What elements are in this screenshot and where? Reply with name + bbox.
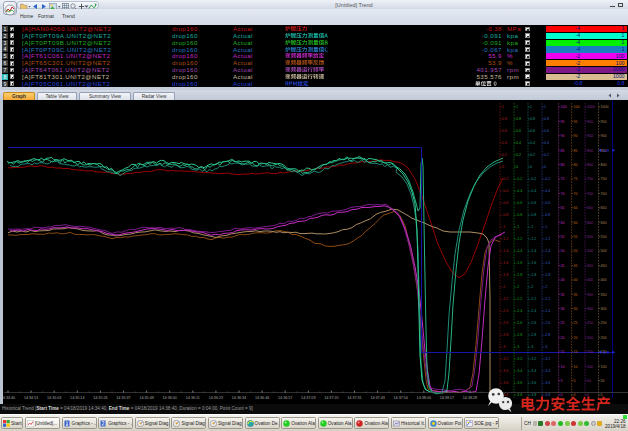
svg-text:14:36:46: 14:36:46 xyxy=(255,396,269,400)
svg-text:-2.4: -2.4 xyxy=(544,309,550,313)
svg-text:-0.8: -0.8 xyxy=(502,213,508,217)
svg-text:0.8: 0.8 xyxy=(603,350,610,355)
svg-text:14:36:57: 14:36:57 xyxy=(278,396,292,400)
svg-text:900: 900 xyxy=(587,134,593,138)
svg-text:500: 500 xyxy=(587,249,593,253)
svg-text:150: 150 xyxy=(587,350,593,354)
svg-text:-0.2: -0.2 xyxy=(502,177,508,181)
svg-text:0.2: 0.2 xyxy=(516,153,521,157)
svg-text:14:35:37: 14:35:37 xyxy=(116,396,130,400)
svg-text:-2: -2 xyxy=(544,285,547,289)
svg-text:0.8: 0.8 xyxy=(516,117,521,121)
svg-text:-2.8: -2.8 xyxy=(502,333,508,337)
svg-text:450: 450 xyxy=(601,264,607,268)
svg-text:14:34:51: 14:34:51 xyxy=(24,396,38,400)
svg-text:-2.6: -2.6 xyxy=(544,321,550,325)
svg-text:-2.8: -2.8 xyxy=(530,333,536,337)
svg-text:80: 80 xyxy=(561,163,565,167)
svg-text:14:38:06: 14:38:06 xyxy=(417,396,431,400)
svg-text:550: 550 xyxy=(587,235,593,239)
svg-text:0.6: 0.6 xyxy=(530,129,535,133)
svg-text:450: 450 xyxy=(587,264,593,268)
svg-text:-0.4: -0.4 xyxy=(516,189,522,193)
svg-text:-1: -1 xyxy=(502,225,505,229)
svg-text:-0.4: -0.4 xyxy=(502,189,508,193)
svg-text:550: 550 xyxy=(601,235,607,239)
svg-text:-1.2: -1.2 xyxy=(516,237,522,241)
svg-text:0.6: 0.6 xyxy=(502,129,507,133)
svg-text:50: 50 xyxy=(561,249,565,253)
svg-text:0.4: 0.4 xyxy=(516,141,521,145)
svg-text:0.8: 0.8 xyxy=(544,117,549,121)
svg-text:1: 1 xyxy=(516,105,518,109)
svg-text:50: 50 xyxy=(574,249,578,253)
svg-text:-2.4: -2.4 xyxy=(502,309,508,313)
svg-text:-2: -2 xyxy=(530,285,533,289)
svg-text:0.2: 0.2 xyxy=(530,153,535,157)
svg-text:14:37:09: 14:37:09 xyxy=(301,396,315,400)
svg-text:-2.8: -2.8 xyxy=(516,333,522,337)
svg-text:-3.2: -3.2 xyxy=(544,357,550,361)
svg-text:-2.8: -2.8 xyxy=(544,333,550,337)
svg-text:-2.2: -2.2 xyxy=(544,297,550,301)
svg-text:14:37:20: 14:37:20 xyxy=(324,396,338,400)
svg-text:14:37:43: 14:37:43 xyxy=(370,396,384,400)
svg-text:60: 60 xyxy=(574,221,578,225)
svg-text:1000: 1000 xyxy=(601,105,609,109)
svg-text:-3.2: -3.2 xyxy=(530,357,536,361)
svg-text:-1.4: -1.4 xyxy=(544,249,550,253)
svg-text:100: 100 xyxy=(561,105,567,109)
svg-text:700: 700 xyxy=(587,192,593,196)
svg-text:25: 25 xyxy=(561,321,565,325)
svg-text:55: 55 xyxy=(561,235,565,239)
svg-text:70: 70 xyxy=(574,192,578,196)
svg-text:900: 900 xyxy=(601,134,607,138)
svg-text:-0.6: -0.6 xyxy=(544,201,550,205)
svg-text:-3.4: -3.4 xyxy=(530,369,536,373)
svg-text:-1.6: -1.6 xyxy=(544,261,550,265)
svg-text:-2.6: -2.6 xyxy=(502,321,508,325)
svg-text:-1.6: -1.6 xyxy=(502,261,508,265)
svg-text:300: 300 xyxy=(601,307,607,311)
svg-text:-1.2: -1.2 xyxy=(544,237,550,241)
svg-text:100: 100 xyxy=(574,105,580,109)
svg-text:800: 800 xyxy=(587,163,593,167)
svg-text:0.4: 0.4 xyxy=(544,141,549,145)
svg-text:45: 45 xyxy=(574,264,578,268)
svg-text:-0.2: -0.2 xyxy=(530,177,536,181)
svg-text:250: 250 xyxy=(587,321,593,325)
svg-text:-2.4: -2.4 xyxy=(530,309,536,313)
svg-text:90: 90 xyxy=(561,134,565,138)
svg-text:60: 60 xyxy=(561,221,565,225)
svg-text:14:35:14: 14:35:14 xyxy=(70,396,84,400)
svg-text:100: 100 xyxy=(587,365,593,369)
svg-text:-1.8: -1.8 xyxy=(502,273,508,277)
svg-text:-1.6: -1.6 xyxy=(530,261,536,265)
svg-text:850: 850 xyxy=(587,149,593,153)
svg-text:14:36:00: 14:36:00 xyxy=(163,396,177,400)
svg-text:-0.8: -0.8 xyxy=(544,213,550,217)
svg-text:-3: -3 xyxy=(530,345,533,349)
svg-text:14:35:03: 14:35:03 xyxy=(47,396,61,400)
svg-text:350: 350 xyxy=(587,293,593,297)
svg-text:40: 40 xyxy=(574,278,578,282)
svg-text:15: 15 xyxy=(574,350,578,354)
svg-text:20: 20 xyxy=(561,336,565,340)
svg-text:-1.8: -1.8 xyxy=(516,273,522,277)
svg-text:600: 600 xyxy=(587,221,593,225)
svg-text:65: 65 xyxy=(561,206,565,210)
svg-text:14:35:26: 14:35:26 xyxy=(93,396,107,400)
svg-text:85: 85 xyxy=(574,149,578,153)
svg-text:-2.4: -2.4 xyxy=(516,309,522,313)
svg-text:35: 35 xyxy=(561,293,565,297)
svg-text:75: 75 xyxy=(574,177,578,181)
svg-text:1000: 1000 xyxy=(587,105,595,109)
svg-text:-1: -1 xyxy=(544,225,547,229)
svg-text:-2.2: -2.2 xyxy=(502,297,508,301)
svg-text:-3.4: -3.4 xyxy=(502,369,508,373)
svg-text:-2: -2 xyxy=(516,285,519,289)
svg-text:-0.6: -0.6 xyxy=(502,201,508,205)
svg-text:14:35:49: 14:35:49 xyxy=(139,396,153,400)
svg-text:0: 0 xyxy=(544,165,546,169)
svg-text:85: 85 xyxy=(561,149,565,153)
